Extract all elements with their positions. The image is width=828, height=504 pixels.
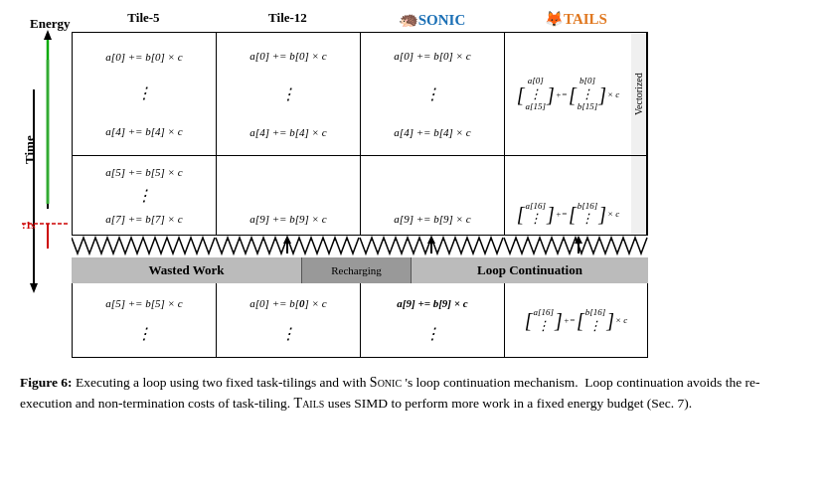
tile12-formula2: a[4] += b[4] × c <box>223 126 354 138</box>
col-header-tails: 🦊TAILS <box>504 10 648 29</box>
bottom-exec-rows: a[5] += b[5] × c ⋮ a[0] += b[0] × c ⋮ a[… <box>72 283 808 358</box>
wasted-work-label: Wasted Work <box>72 257 302 283</box>
caption-tails-ref: Tails <box>294 396 325 411</box>
col-header-tile12: Tile-12 <box>216 10 360 29</box>
tile5-bottom-formula: a[5] += b[5] × c <box>79 297 210 309</box>
svg-marker-14 <box>427 236 435 244</box>
mid-exec-rows: a[5] += b[5] × c ⋮ a[7] += b[7] × c a[9]… <box>72 156 808 236</box>
tails-col-b: b[0] ⋮ b[15] <box>578 76 598 112</box>
tile5-mid-dots: ⋮ <box>79 186 210 205</box>
tile5-formula1: a[0] += b[0] × c <box>79 51 210 63</box>
tails-top-content: [ a[0] ⋮ a[15] ] += [ b[0] ⋮ <box>505 33 631 155</box>
tile5-formula2: a[4] += b[4] × c <box>79 125 210 137</box>
figure-label: Figure 6: <box>20 375 73 390</box>
svg-marker-2 <box>44 30 52 40</box>
tile5-bottom-cell: a[5] += b[5] × c ⋮ <box>72 283 216 358</box>
caption-text-3: uses SIMD to perform more work in a fixe… <box>328 396 692 411</box>
tile5-dots1: ⋮ <box>79 87 210 100</box>
disruption-svg <box>72 236 658 257</box>
tile12-formula1: a[0] += b[0] × c <box>223 50 354 62</box>
tile12-bottom-formula: a[0] += b[0] × c <box>223 297 354 309</box>
tile5-mid-formula2: a[7] += b[7] × c <box>79 213 210 225</box>
sonic-mid-cell: a[9] += b[9] × c <box>360 156 504 236</box>
tails-col-a: a[0] ⋮ a[15] <box>525 76 546 112</box>
tile5-bottom-dots: ⋮ <box>79 324 210 343</box>
sonic-bottom-formula: a[9] += b[9] × c <box>367 297 498 309</box>
left-axis: Energy Time :1s <box>20 10 72 358</box>
figure-caption: Figure 6: Executing a loop using two fix… <box>20 372 808 415</box>
tile12-bottom-cell: a[0] += b[0] × c ⋮ <box>216 283 360 358</box>
sonic-formula2: a[4] += b[4] × c <box>367 126 498 138</box>
tails-mid-matrix: [ a[16] ⋮ ] += [ b[16] ⋮ <box>509 201 627 227</box>
vectorized-label: Vectorized <box>631 33 647 155</box>
sonic-formula1: a[0] += b[0] × c <box>367 50 498 62</box>
svg-text:Energy: Energy <box>30 16 71 31</box>
tails-bottom-matrix: [ a[16] ⋮ ] += [ b[16] ⋮ <box>509 307 643 333</box>
sonic-top-cell: a[0] += b[0] × c ⋮ a[4] += b[4] × c <box>360 32 504 156</box>
caption-text-1: Executing a loop using two fixed task-ti… <box>76 375 370 390</box>
svg-text::1s: :1s <box>22 219 36 231</box>
column-headers: Tile-5 Tile-12 🦔SONIC 🦊TAILS <box>72 10 808 29</box>
tile12-bottom-dots: ⋮ <box>223 324 354 343</box>
tile12-dots1: ⋮ <box>223 84 354 103</box>
axis-svg: Energy Time :1s <box>20 10 72 318</box>
sonic-bottom-cell: a[9] += b[9] × c ⋮ <box>360 283 504 358</box>
vectorized-label-2 <box>631 156 647 235</box>
tails-matrix-formula1: [ a[0] ⋮ a[15] ] += [ b[0] ⋮ <box>509 76 627 112</box>
recharging-label: Recharging <box>302 257 412 283</box>
tails-bottom-cell: [ a[16] ⋮ ] += [ b[16] ⋮ <box>504 283 648 358</box>
bracket-r1: ] <box>547 84 555 104</box>
caption-sonic-ref: Sonic <box>370 375 402 390</box>
sonic-dots1: ⋮ <box>367 84 498 103</box>
tile5-mid-cell: a[5] += b[5] × c ⋮ a[7] += b[7] × c <box>72 156 216 236</box>
tails-mid-content: [ a[16] ⋮ ] += [ b[16] ⋮ <box>505 156 631 235</box>
content-area: Tile-5 Tile-12 🦔SONIC 🦊TAILS a[0] += b[0… <box>72 10 808 358</box>
col-header-sonic: 🦔SONIC <box>360 10 504 29</box>
tile12-mid-cell: a[9] += b[9] × c <box>216 156 360 236</box>
figure-container: Energy Time :1s <box>20 10 808 415</box>
tails-top-cell: [ a[0] ⋮ a[15] ] += [ b[0] ⋮ <box>504 32 648 156</box>
sonic-bottom-dots: ⋮ <box>367 324 498 343</box>
sonic-mid-formula: a[9] += b[9] × c <box>367 213 498 225</box>
tile12-top-cell: a[0] += b[0] × c ⋮ a[4] += b[4] × c <box>216 32 360 156</box>
loop-continuation-label: Loop Continuation <box>412 257 648 283</box>
disruption-row <box>72 236 648 257</box>
tile12-mid-formula: a[9] += b[9] × c <box>223 213 354 225</box>
tile5-top-cell: a[0] += b[0] × c ⋮ a[4] += b[4] × c <box>72 32 216 156</box>
bracket-l1: [ <box>517 84 525 104</box>
tails-bottom-content: [ a[16] ⋮ ] += [ b[16] ⋮ <box>505 283 647 357</box>
main-diagram: Energy Time :1s <box>20 10 808 358</box>
svg-marker-5 <box>30 283 38 293</box>
col-header-tile5: Tile-5 <box>72 10 216 29</box>
tile5-mid-formula1: a[5] += b[5] × c <box>79 166 210 178</box>
label-row: Wasted Work Recharging Loop Continuation <box>72 257 648 283</box>
tails-mid-cell: [ a[16] ⋮ ] += [ b[16] ⋮ <box>504 156 648 236</box>
svg-marker-12 <box>283 236 291 244</box>
top-exec-rows: a[0] += b[0] × c ⋮ a[4] += b[4] × c a[0]… <box>72 32 808 156</box>
